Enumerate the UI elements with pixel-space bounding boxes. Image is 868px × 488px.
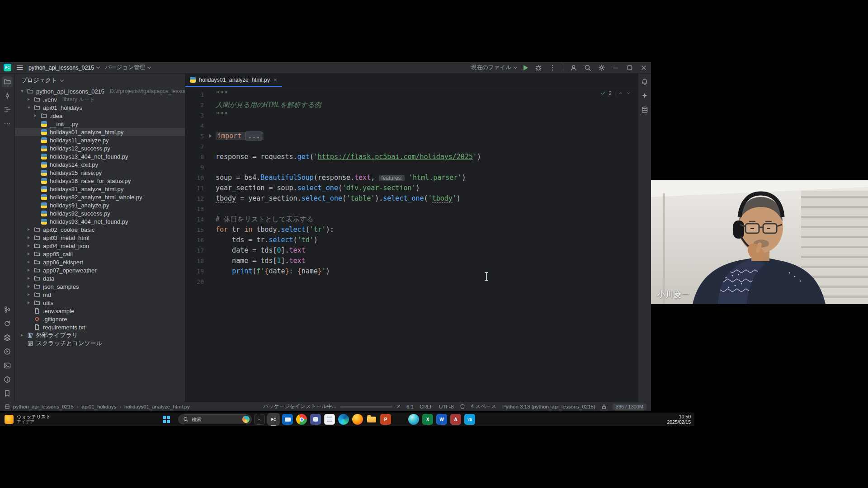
caret-position[interactable]: 6:1 [406,404,414,409]
chevron-expanded-icon[interactable] [26,107,31,109]
tree-item[interactable]: json_samples [15,282,185,291]
chevron-collapsed-icon[interactable] [26,236,31,239]
tree-item[interactable]: holidays11_analyze.py [15,136,185,144]
tree-item[interactable]: holidays16_raise_for_status.py [15,177,185,185]
project-selector[interactable]: python_api_lessons_0215 [28,65,99,71]
chevron-collapsed-icon[interactable] [26,244,31,247]
tree-item[interactable]: app05_calil [15,250,185,258]
powerpoint-taskbar-icon[interactable]: P [380,414,391,425]
code-line[interactable]: 9 [185,162,638,173]
terminal-tool-button[interactable] [2,360,13,371]
excel-taskbar-icon[interactable]: X [422,414,433,425]
database-tool-button[interactable] [639,104,650,115]
minimize-button[interactable] [612,64,619,71]
code-line[interactable]: 4 [185,121,638,131]
sync-tool-button[interactable] [2,318,13,329]
teams-taskbar-icon[interactable] [310,414,321,425]
word-taskbar-icon[interactable]: W [436,414,447,425]
chevron-collapsed-icon[interactable] [26,269,31,272]
code-line[interactable]: 16 tds = tr.select('td') [185,235,638,245]
run-configuration-selector[interactable]: 現在のファイル [471,64,517,71]
tree-item[interactable]: __init__.py [15,120,185,128]
notifications-tool-button[interactable] [639,76,650,87]
ai-tool-button[interactable] [639,90,650,101]
file-encoding[interactable]: UTF-8 [439,404,454,409]
code-line[interactable]: 2人間が見る用のHTMLを解析する例 [185,100,638,110]
tree-item[interactable]: data [15,274,185,282]
breadcrumb-segment[interactable]: api01_holidays [81,404,116,409]
code-line[interactable]: 12tbody = year_section.select_one('table… [185,193,638,204]
tree-item[interactable]: holidays91_analyze.py [15,201,185,209]
code-line[interactable]: 13 [185,204,638,214]
chevron-collapsed-icon[interactable] [26,293,31,296]
run-tool-button[interactable] [2,346,13,357]
code-line[interactable]: 10soup = bs4.BeautifulSoup(response.text… [185,173,638,183]
code-line[interactable]: 7 [185,141,638,152]
tree-item[interactable]: スクラッチとコンソール [15,339,185,347]
tree-item[interactable]: app06_ekispert [15,258,185,266]
settings-button[interactable] [598,64,605,71]
more-actions-button[interactable] [549,64,556,71]
next-problem-icon[interactable] [626,91,631,95]
chevron-expanded-icon[interactable] [19,90,24,93]
code-line[interactable]: 19 print(f'{date}: {name}') [185,266,638,277]
code-line[interactable]: 11year_section = soup.select_one('div.ye… [185,183,638,193]
sphere-app-taskbar-icon[interactable] [408,414,419,425]
tree-item[interactable]: md [15,291,185,299]
editor-tab[interactable]: holidays01_analyze_html.py [185,74,282,87]
run-button[interactable] [524,65,528,70]
search-everywhere-button[interactable] [584,64,591,71]
tree-item[interactable]: holidays92_success.py [15,209,185,217]
breadcrumb-segment[interactable]: python_api_lessons_0215 [13,404,74,409]
bookmarks-tool-button[interactable] [2,388,13,399]
problems-tool-button[interactable] [2,374,13,385]
chevron-collapsed-icon[interactable] [26,285,31,288]
main-menu-icon[interactable] [17,66,23,70]
vscode-taskbar-icon[interactable]: VS [464,414,475,425]
close-button[interactable] [640,64,647,71]
notepad-taskbar-icon[interactable] [324,414,335,425]
fold-marker-icon[interactable] [209,134,212,138]
inspections-widget[interactable]: 2 [600,90,631,96]
pycharm-taskbar-icon[interactable]: PC [268,414,279,425]
chevron-collapsed-icon[interactable] [19,334,24,337]
chevron-collapsed-icon[interactable] [26,301,31,304]
code-area[interactable]: 1"""2人間が見る用のHTMLを解析する例3"""45import ...78… [185,87,638,287]
outlook-taskbar-icon[interactable] [282,414,293,425]
tree-item[interactable]: .env.sample [15,307,185,315]
tree-item[interactable]: holidays13_404_not_found.py [15,152,185,160]
close-tab-icon[interactable] [273,78,278,82]
account-button[interactable] [570,64,577,71]
start-button[interactable] [163,416,170,423]
tree-item[interactable]: app07_openweather [15,266,185,274]
tree-item[interactable]: holidays14_exit.py [15,160,185,169]
previous-problem-icon[interactable] [618,91,623,95]
project-tool-button[interactable] [2,76,13,87]
access-taskbar-icon[interactable]: A [450,414,461,425]
indent-setting[interactable]: 4 スペース [471,403,496,410]
tree-item[interactable]: api01_holidays [15,103,185,112]
tree-item[interactable]: .gitignore [15,315,185,323]
firefox-taskbar-icon[interactable] [352,414,363,425]
vcs-widget[interactable]: バージョン管理 [105,64,151,71]
chrome-taskbar-icon[interactable] [296,414,307,425]
more-tool-button[interactable] [2,118,13,129]
chevron-collapsed-icon[interactable] [26,253,31,255]
tree-item[interactable]: holidays81_analyze_html.py [15,185,185,193]
tree-item[interactable]: .venvlibrary ルート [15,95,185,103]
chevron-collapsed-icon[interactable] [26,98,31,101]
line-separator[interactable]: CRLF [420,404,433,409]
code-line[interactable]: 3""" [185,110,638,121]
widgets-button[interactable]: ウォッチリスト アイデア [5,414,51,424]
code-line[interactable]: 18 name = tds[1].text [185,256,638,266]
python-interpreter[interactable]: Python 3.13 (python_api_lessons_0215) [502,404,595,409]
inspections-profile-icon[interactable] [460,404,465,409]
tree-item[interactable]: requirements.txt [15,323,185,331]
chevron-collapsed-icon[interactable] [26,277,31,280]
edge-taskbar-icon[interactable] [338,414,349,425]
explorer-taskbar-icon[interactable] [366,414,377,425]
code-line[interactable]: 1""" [185,89,638,100]
tree-item[interactable]: holidays82_analyze_html_whole.py [15,193,185,201]
taskbar-search-input[interactable]: 検索 [178,414,252,424]
code-line[interactable]: 20 [185,277,638,287]
